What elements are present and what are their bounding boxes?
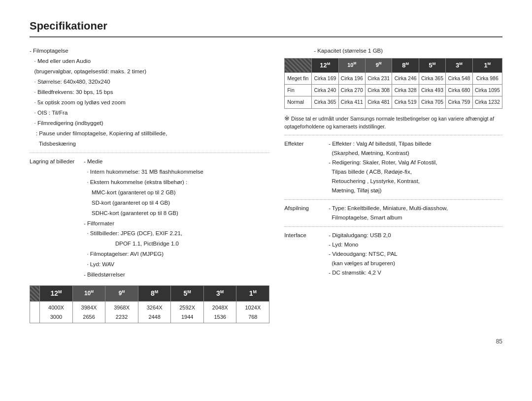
film-item-0: - Filmoptagelse (30, 46, 269, 56)
film-item-4: · Billedfrekvens: 30 bps, 15 bps (30, 88, 269, 97)
capacity-label: - Kapacitet (størrelse 1 GB) (314, 46, 502, 56)
divider-right-1 (284, 135, 502, 135)
interface-line-1: - Digitaludgang: USB 2,0 (329, 231, 502, 240)
film-item-7: · Filmredigering (indbygget) (30, 119, 269, 128)
interface-line-3: - Videoudgang: NTSC, PAL (329, 249, 502, 259)
effekter-line-5: Retouchering , Lysstyrke, Kontrast, (329, 177, 502, 186)
cap-val-fin-5: Cirka 493 (419, 85, 445, 96)
cap-val-nor-8: Cirka 519 (392, 96, 419, 108)
interface-line-5: - DC strømstik: 4,2 V (329, 268, 502, 278)
res-cell-12m: 4000X3000 (40, 302, 73, 323)
cap-val-fin-12: Cirka 240 (312, 85, 338, 96)
cap-header-10m: 10M (338, 58, 365, 72)
effekter-row: Effekter - Effekter : Valg Af billedstil… (284, 139, 502, 195)
cap-row-megetfin: Meget fin Cirka 169 Cirka 196 Cirka 231 … (285, 72, 502, 84)
cap-val-fin-3: Cirka 680 (446, 85, 472, 96)
divider-right-2 (284, 199, 502, 200)
lagring-filformater: - Filformater (84, 219, 203, 228)
lagring-content: - Medie · Intern hukommelse: 31 MB flash… (84, 157, 203, 281)
cap-header-1m: 1M (472, 58, 502, 72)
cap-val-mf-5: Cirka 365 (419, 72, 445, 84)
effekter-content: - Effekter : Valg Af billedstil, Tilpas … (329, 139, 502, 195)
afspilning-row: Afspilning - Type: Enkeltbillede, Miniat… (284, 204, 502, 222)
film-item-3: · Størrelse: 640x480, 320x240 (30, 77, 269, 87)
cap-val-fin-8: Cirka 328 (392, 85, 419, 96)
lagring-label: Lagring af billeder (30, 157, 84, 166)
res-cell-9m: 3968X2232 (105, 302, 138, 323)
res-header-12m: 12M (40, 286, 73, 302)
cap-header-9m: 9M (365, 58, 392, 72)
interface-line-2: - Lyd: Mono (329, 240, 502, 249)
lagring-dpof: DPOF 1.1, PictBridge 1.0 (84, 239, 203, 248)
interface-label: Interface (284, 231, 329, 240)
cap-val-nor-9: Cirka 481 (365, 96, 392, 108)
cap-row-normal: Normal Cirka 365 Cirka 411 Cirka 481 Cir… (285, 96, 502, 108)
lagring-mmc: MMC-kort (garanteret op til 2 GB) (84, 188, 203, 197)
interface-line-4: (kan vælges af brugeren) (329, 259, 502, 268)
cap-val-nor-12: Cirka 365 (312, 96, 338, 108)
cap-val-mf-12: Cirka 169 (312, 72, 338, 84)
page-number: 85 (30, 338, 502, 345)
lagring-billede: - Billedstørrelser (84, 270, 203, 279)
interface-row: Interface - Digitaludgang: USB 2,0 - Lyd… (284, 231, 502, 278)
effekter-line-3: - Redigering: Skaler, Roter, Valg Af Fot… (329, 158, 502, 167)
note-symbol: ※ (284, 115, 290, 122)
lagring-sdhc: SDHC-kort (garanteret op til 8 GB) (84, 209, 203, 218)
cap-val-mf-3: Cirka 548 (446, 72, 472, 84)
cap-header-12m: 12M (312, 58, 338, 72)
cap-header-stripe (285, 58, 312, 72)
cap-label-megetfin: Meget fin (285, 72, 312, 84)
cap-val-mf-1: Cirka 986 (472, 72, 502, 84)
effekter-line-4: Tilpas billede ( ACB, Rødøje-fix, (329, 167, 502, 177)
res-header-8m: 8M (138, 286, 171, 302)
cap-val-nor-5: Cirka 705 (419, 96, 445, 108)
cap-val-mf-9: Cirka 231 (365, 72, 392, 84)
cap-val-mf-10: Cirka 196 (338, 72, 365, 84)
cap-header-8m: 8M (392, 58, 419, 72)
interface-content: - Digitaludgang: USB 2,0 - Lyd: Mono - V… (329, 231, 502, 278)
cap-label-normal: Normal (285, 96, 312, 108)
cap-val-fin-10: Cirka 270 (338, 85, 365, 96)
capacity-table: 12M 10M 9M 8M 5M 3M 1M Meget fin Cirka 1… (284, 58, 502, 109)
page-title: Specifikationer (30, 20, 502, 37)
res-cell-1m: 1024X768 (236, 302, 269, 323)
cap-val-nor-3: Cirka 759 (446, 96, 472, 108)
afspilning-label: Afspilning (284, 204, 329, 213)
effekter-line-6: Mætning, Tilføj støj) (329, 186, 502, 195)
film-item-5: · 5x optisk zoom og lydløs ved zoom (30, 98, 269, 107)
film-item-2: (brugervalgbar, optagelsestid: maks. 2 t… (30, 67, 269, 76)
resolution-table: 12M 10M 9M 8M 5M 3M 1M 4000X3000 3984X26… (30, 285, 269, 323)
lagring-extern: · Ekstern hukommelse (ekstra tilbehør) : (84, 178, 203, 187)
effekter-line-1: - Effekter : Valg Af billedstil, Tilpas … (329, 139, 502, 149)
cap-val-nor-1: Cirka 1232 (472, 96, 502, 108)
res-header-3m: 3M (203, 286, 236, 302)
res-header-9m: 9M (105, 286, 138, 302)
cap-val-fin-1: Cirka 1095 (472, 85, 502, 96)
cap-header-3m: 3M (446, 58, 472, 72)
divider-right-3 (284, 226, 502, 227)
res-header-1m: 1M (236, 286, 269, 302)
lagring-sd: SD-kort (garanteret op til 4 GB) (84, 198, 203, 208)
res-header-5m: 5M (171, 286, 204, 302)
film-item-9: Tidsbeskæring (30, 139, 269, 149)
res-header-stripe (30, 286, 40, 302)
effekter-line-2: (Skarphed, Mætning, Kontrast) (329, 149, 502, 158)
cap-val-fin-9: Cirka 308 (365, 85, 392, 96)
note-text: ※ Disse tal er udmålt under Samsungs nor… (284, 114, 502, 131)
lagring-wav: · Lyd: WAV (84, 260, 203, 269)
cap-row-fin: Fin Cirka 240 Cirka 270 Cirka 308 Cirka … (285, 85, 502, 96)
res-header-10m: 10M (72, 286, 105, 302)
res-cell-5m: 2592X1944 (171, 302, 204, 323)
film-section: - Filmoptagelse · Med eller uden Audio (… (30, 46, 269, 149)
afspilning-content: - Type: Enkeltbillede, Miniature, Multi-… (329, 204, 502, 222)
res-cell-empty (30, 302, 40, 323)
divider-1 (30, 153, 269, 153)
lagring-jpeg: · Stillbilleder: JPEG (DCF), EXIF 2.21, (84, 229, 203, 238)
res-cell-10m: 3984X2656 (72, 302, 105, 323)
res-cell-3m: 2048X1536 (203, 302, 236, 323)
cap-label-fin: Fin (285, 85, 312, 96)
afspilning-line-1: - Type: Enkeltbillede, Miniature, Multi-… (329, 204, 502, 213)
lagring-avi: · Filmoptagelser: AVI (MJPEG) (84, 249, 203, 259)
effekter-label: Effekter (284, 139, 329, 149)
lagring-dash: - Medie (84, 157, 203, 166)
